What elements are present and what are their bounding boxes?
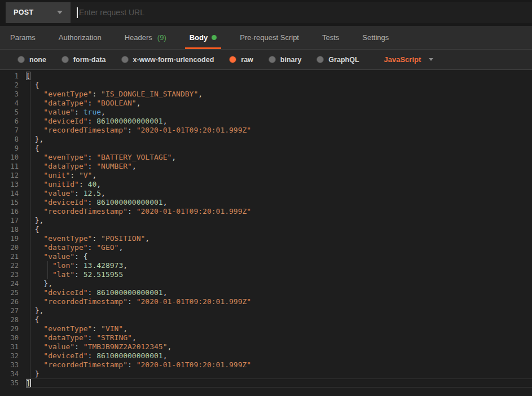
code-line[interactable]: 28 { xyxy=(0,315,532,324)
line-number: 23 xyxy=(0,270,26,279)
code-line[interactable]: 9 { xyxy=(0,144,532,153)
line-number: 32 xyxy=(0,351,26,360)
line-number: 6 xyxy=(0,117,26,126)
code-line[interactable]: 27 }, xyxy=(0,306,532,315)
tab-body[interactable]: Body xyxy=(187,26,219,49)
code-line-content: "eventType": "IS_DONGLE_IN_STANDBY", xyxy=(26,90,532,99)
code-line[interactable]: 32 "deviceId": 861000000000001, xyxy=(0,351,532,360)
code-line[interactable]: 16 "recordedTimestamp": "2020-01-01T09:2… xyxy=(0,207,532,216)
tab-settings[interactable]: Settings xyxy=(360,26,391,49)
language-select[interactable]: JavaScript xyxy=(384,55,434,64)
code-line[interactable]: 29 "eventType": "VIN", xyxy=(0,324,532,333)
headers-count-badge: (9) xyxy=(157,33,166,42)
code-line-content: "recordedTimestamp": "2020-01-01T09:20:0… xyxy=(26,207,532,216)
code-line[interactable]: 3 "eventType": "IS_DONGLE_IN_STANDBY", xyxy=(0,90,532,99)
code-line-content: }, xyxy=(26,306,532,315)
code-line[interactable]: 11 "dataType": "NUMBER", xyxy=(0,162,532,171)
code-line[interactable]: 6 "deviceId": 861000000000001, xyxy=(0,117,532,126)
code-line-content: { xyxy=(26,225,532,234)
code-line[interactable]: 21 "value": { xyxy=(0,252,532,261)
method-select[interactable]: POST xyxy=(6,2,71,23)
code-line-content: "dataType": "GEO", xyxy=(26,243,532,252)
radio-icon xyxy=(121,56,129,63)
code-line[interactable]: 19 "eventType": "POSITION", xyxy=(0,234,532,243)
code-line[interactable]: 2 { xyxy=(0,81,532,90)
code-line-content: } xyxy=(26,369,532,379)
code-line-content: [ xyxy=(26,72,532,81)
radio-icon xyxy=(229,56,236,63)
body-mode-raw[interactable]: raw xyxy=(229,56,253,64)
code-line[interactable]: 35] xyxy=(0,379,532,388)
method-label: POST xyxy=(14,8,34,16)
code-line-content: "value": "TMBJB9NZ2A2012345", xyxy=(26,342,532,351)
body-mode-binary[interactable]: binary xyxy=(269,56,302,64)
line-number: 27 xyxy=(0,306,26,315)
code-line-content: ] xyxy=(26,379,532,388)
tab-headers[interactable]: Headers(9) xyxy=(122,26,169,49)
code-line[interactable]: 34 } xyxy=(0,369,532,379)
tab-tests[interactable]: Tests xyxy=(320,26,341,49)
code-line[interactable]: 4 "dataType": "BOOLEAN", xyxy=(0,99,532,108)
code-line-content: "lon": 13.428973, xyxy=(26,261,532,270)
code-line[interactable]: 18 { xyxy=(0,225,532,234)
line-number: 1 xyxy=(0,72,26,81)
code-line[interactable]: 24 }, xyxy=(0,279,532,288)
code-line[interactable]: 15 "deviceId": 861000000000001, xyxy=(0,198,532,207)
chevron-down-icon xyxy=(57,11,63,14)
radio-icon xyxy=(17,56,25,63)
code-line[interactable]: 12 "unit": "V", xyxy=(0,171,532,180)
tab-label: Pre-request Script xyxy=(240,33,299,42)
code-line[interactable]: 25 "deviceId": 861000000000001, xyxy=(0,288,532,297)
code-line[interactable]: 30 "dataType": "STRING", xyxy=(0,333,532,342)
chevron-down-icon xyxy=(429,58,433,61)
code-line-content: "unit": "V", xyxy=(26,171,532,180)
line-number: 22 xyxy=(0,261,26,270)
tab-label: Settings xyxy=(362,33,389,42)
line-number: 15 xyxy=(0,198,26,207)
line-number: 35 xyxy=(0,379,26,388)
mode-label: raw xyxy=(241,56,253,64)
line-number: 18 xyxy=(0,225,26,234)
line-number: 26 xyxy=(0,297,26,306)
url-input[interactable] xyxy=(71,2,532,23)
tab-authorization[interactable]: Authorization xyxy=(56,26,104,49)
code-line-content: }, xyxy=(26,216,532,225)
radio-icon xyxy=(269,56,276,63)
line-number: 5 xyxy=(0,108,26,117)
code-line-content: "eventType": "POSITION", xyxy=(26,234,532,243)
raw-body-editor[interactable]: 1[2 {3 "eventType": "IS_DONGLE_IN_STANDB… xyxy=(0,70,532,396)
code-line-content: }, xyxy=(26,279,532,288)
body-mode-form-data[interactable]: form-data xyxy=(61,56,106,64)
line-number: 4 xyxy=(0,99,26,108)
code-line[interactable]: 5 "value": true, xyxy=(0,108,532,117)
tab-label: Body xyxy=(190,33,208,42)
code-line[interactable]: 26 "recordedTimestamp": "2020-01-01T09:2… xyxy=(0,297,532,306)
code-line[interactable]: 31 "value": "TMBJB9NZ2A2012345", xyxy=(0,342,532,351)
code-line[interactable]: 17 }, xyxy=(0,216,532,225)
code-line-content: "deviceId": 861000000000001, xyxy=(26,198,532,207)
line-number: 28 xyxy=(0,315,26,324)
code-line-content: "dataType": "STRING", xyxy=(26,333,532,342)
body-mode-none[interactable]: none xyxy=(17,56,46,64)
line-number: 21 xyxy=(0,252,26,261)
code-line[interactable]: 1[ xyxy=(0,72,532,81)
tab-params[interactable]: Params xyxy=(8,26,38,49)
code-line[interactable]: 22 "lon": 13.428973, xyxy=(0,261,532,270)
code-line-content: { xyxy=(26,81,532,90)
line-number: 29 xyxy=(0,324,26,333)
code-line[interactable]: 23 "lat": 52.515955 xyxy=(0,270,532,279)
mode-label: x-www-form-urlencoded xyxy=(133,56,214,64)
body-mode-graphql[interactable]: GraphQL xyxy=(316,56,359,64)
code-line[interactable]: 20 "dataType": "GEO", xyxy=(0,243,532,252)
code-line[interactable]: 10 "evenType": "BATTERY_VOLTAGE", xyxy=(0,153,532,162)
code-line[interactable]: 33 "recordedTimestamp": "2020-01-01T09:2… xyxy=(0,360,532,369)
body-mode-x-www-form-urlencoded[interactable]: x-www-form-urlencoded xyxy=(121,56,214,64)
line-number: 14 xyxy=(0,189,26,198)
code-line[interactable]: 8 }, xyxy=(0,135,532,144)
code-line[interactable]: 7 "recordedTimestamp": "2020-01-01T09:20… xyxy=(0,126,532,135)
code-line[interactable]: 13 "unitId": 40, xyxy=(0,180,532,189)
code-line[interactable]: 14 "value": 12.5, xyxy=(0,189,532,198)
tab-pre-request-script[interactable]: Pre-request Script xyxy=(238,26,301,49)
line-number: 10 xyxy=(0,153,26,162)
line-number: 25 xyxy=(0,288,26,297)
